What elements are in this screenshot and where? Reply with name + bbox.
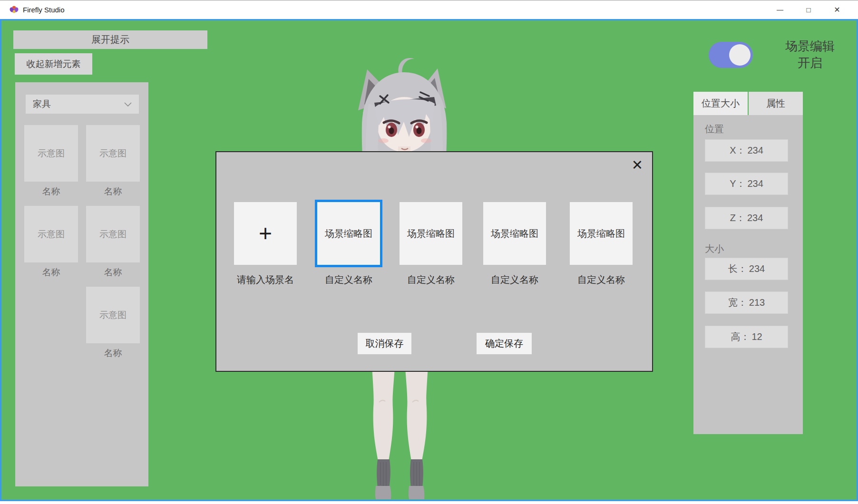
position-x-label: X： [730, 144, 745, 157]
asset-thumbnail[interactable]: 示意图 [24, 206, 78, 262]
collapse-elements-button[interactable]: 收起新增元素 [15, 53, 92, 75]
scene-name-label: 自定义名称 [407, 273, 455, 286]
position-y-field[interactable]: Y： 234 [705, 173, 788, 195]
size-section-title: 大小 [705, 242, 724, 255]
scene-name-input-hint[interactable]: 请输入场景名 [237, 273, 294, 286]
asset-name: 名称 [42, 185, 60, 198]
minimize-button[interactable]: — [766, 0, 794, 19]
character-blush-right [421, 138, 431, 143]
scene-thumbnail[interactable]: 场景缩略图 [570, 202, 633, 265]
asset-item: 示意图 名称 [86, 206, 140, 279]
size-length-field[interactable]: 长： 234 [705, 258, 788, 280]
position-z-field[interactable]: Z： 234 [705, 207, 788, 229]
scene-thumbnail[interactable]: 场景缩略图 [483, 202, 546, 265]
asset-panel: 家具 示意图 名称 示意图 名称 示意图 名称 示意图 名称 示 [15, 82, 148, 486]
category-dropdown-value: 家具 [33, 98, 51, 110]
tab-attributes[interactable]: 属性 [749, 92, 803, 115]
new-scene-thumbnail[interactable]: + [234, 202, 297, 265]
position-y-value: 234 [747, 178, 763, 189]
asset-thumbnail[interactable]: 示意图 [86, 125, 140, 182]
size-length-value: 234 [749, 263, 765, 274]
window-title: Firefly Studio [23, 6, 65, 14]
character-legs [371, 357, 429, 499]
scene-edit-label-line2: 开启 [767, 55, 853, 71]
position-y-label: Y： [730, 177, 745, 190]
scene-slot: 场景缩略图 自定义名称 [400, 202, 462, 286]
properties-tabs: 位置大小 属性 [693, 92, 803, 115]
app-logo-icon [10, 5, 19, 14]
plus-icon: + [259, 222, 272, 245]
position-section-title: 位置 [705, 123, 724, 136]
title-bar: Firefly Studio — □ ✕ [0, 0, 858, 19]
scene-name-label: 自定义名称 [325, 273, 372, 286]
asset-name: 名称 [104, 185, 122, 198]
asset-thumbnail[interactable]: 示意图 [86, 206, 140, 262]
scene-slot: 场景缩略图 自定义名称 [570, 202, 633, 286]
position-z-label: Z： [730, 212, 745, 224]
asset-name: 名称 [42, 266, 60, 279]
size-width-field[interactable]: 宽： 213 [705, 291, 788, 314]
size-height-label: 高： [731, 330, 750, 343]
scene-slot: 场景缩略图 自定义名称 [317, 202, 380, 286]
size-width-label: 宽： [728, 296, 747, 309]
app-window: Firefly Studio — □ ✕ [0, 0, 858, 504]
size-height-field[interactable]: 高： 12 [705, 326, 788, 348]
confirm-save-button[interactable]: 确定保存 [477, 333, 532, 354]
scene-edit-toggle[interactable] [709, 42, 753, 68]
scene-edit-toggle-label: 场景编辑 开启 [767, 38, 853, 71]
cancel-save-button[interactable]: 取消保存 [358, 333, 411, 354]
position-x-field[interactable]: X： 234 [705, 139, 788, 162]
character-blush-left [378, 138, 389, 143]
scene-thumbnail[interactable]: 场景缩略图 [400, 202, 462, 265]
toggle-knob-icon [729, 44, 751, 66]
position-x-value: 234 [747, 145, 763, 156]
asset-thumbnail[interactable]: 示意图 [24, 125, 78, 182]
asset-item: 示意图 名称 [24, 125, 78, 198]
scene-slot-new: + 请输入场景名 [234, 202, 297, 286]
scene-edit-label-line1: 场景编辑 [767, 38, 853, 55]
save-scene-dialog: ✕ + 请输入场景名 场景缩略图 自定义名称 场景缩略图 自定义名称 场景缩略图… [215, 151, 653, 372]
asset-item: 示意图 名称 [24, 206, 78, 279]
dialog-close-icon[interactable]: ✕ [628, 156, 646, 174]
tab-position-size[interactable]: 位置大小 [693, 92, 748, 115]
scene-name-label: 自定义名称 [577, 273, 625, 286]
position-z-value: 234 [747, 213, 763, 223]
size-width-value: 213 [749, 297, 765, 308]
expand-hint-button[interactable]: 展开提示 [13, 30, 207, 49]
scene-name-label: 自定义名称 [491, 273, 538, 286]
asset-thumbnail[interactable]: 示意图 [86, 287, 140, 343]
asset-grid: 示意图 名称 示意图 名称 示意图 名称 示意图 名称 示意图 名称 [24, 125, 140, 359]
category-dropdown[interactable]: 家具 [26, 95, 139, 114]
maximize-button[interactable]: □ [794, 0, 823, 19]
chevron-down-icon [124, 102, 132, 107]
size-length-label: 长： [728, 262, 747, 275]
close-window-button[interactable]: ✕ [823, 0, 851, 19]
asset-item: 示意图 名称 [86, 287, 140, 359]
asset-item: 示意图 名称 [86, 125, 140, 198]
scene-thumbnail[interactable]: 场景缩略图 [317, 202, 380, 265]
scene-slot: 场景缩略图 自定义名称 [483, 202, 546, 286]
window-controls: — □ ✕ [766, 0, 851, 19]
size-height-value: 12 [751, 331, 762, 342]
properties-panel: 位置 X： 234 Y： 234 Z： 234 大小 长： 234 宽： 213… [693, 115, 803, 434]
asset-name: 名称 [104, 347, 122, 359]
asset-name: 名称 [104, 266, 122, 279]
